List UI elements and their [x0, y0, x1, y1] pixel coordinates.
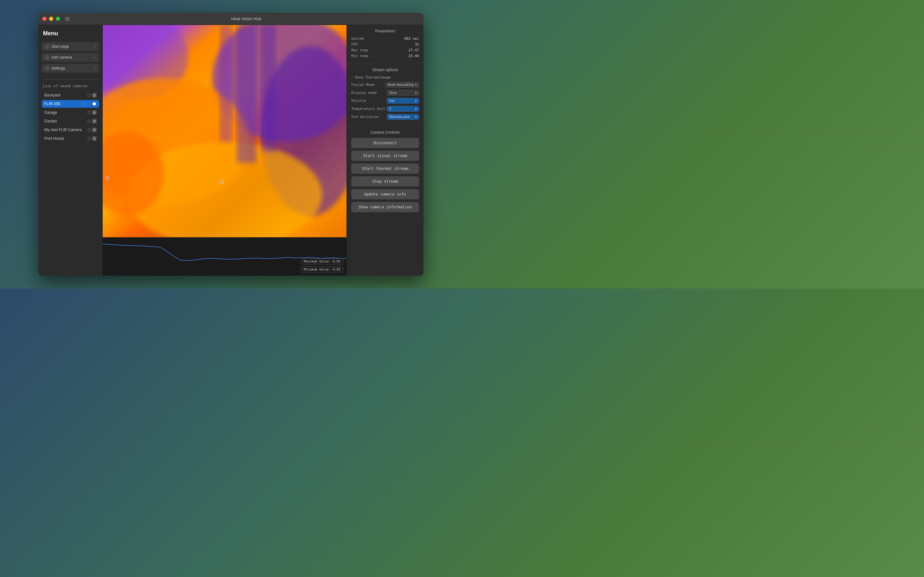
right-panel: Parameters Uptime 402 sec FPS 32 Max tem…: [347, 25, 423, 276]
palette-chevron: ▾: [415, 99, 417, 103]
backyard-label: Backyard: [44, 93, 60, 97]
param-row-min-temp: Min temp 23.44: [351, 54, 419, 58]
min-value-label: Minimum Value: 0,03: [301, 266, 343, 272]
std-dev-select[interactable]: Warmest point ▾: [387, 114, 419, 119]
show-thermal-label: Show ThermalImage: [355, 75, 391, 79]
chart-area: Maximum Value: 0,05 Minimum Value: 0,03: [103, 237, 347, 276]
start-page-icon: ⊕: [45, 44, 49, 49]
temp-unit-select[interactable]: C ▾: [387, 106, 419, 111]
svg-rect-12: [261, 25, 276, 152]
temp-unit-value: C: [389, 107, 391, 111]
min-temp-value: 23.44: [409, 54, 419, 58]
flir-a50-label: FLIR A50: [44, 102, 60, 106]
camera-list-title: List of saved cameras: [42, 84, 99, 88]
sidebar-item-backyard[interactable]: Backyard 🗑: [42, 91, 99, 99]
sidebar-title: Menu: [42, 30, 99, 37]
disconnect-button[interactable]: Disconnect: [351, 138, 419, 148]
my-new-flir-label: My new FLIR Camera: [44, 127, 82, 132]
sidebar-divider: [43, 79, 98, 79]
sidebar-item-garden[interactable]: Garden 🗑: [42, 117, 99, 125]
toggle-flir[interactable]: [87, 102, 97, 106]
fps-label: FPS: [351, 42, 358, 47]
camera-controls-section: Camera Controls Disconnect Start visual …: [347, 126, 423, 219]
temp-unit-row: Temperature Unit C ▾: [351, 106, 419, 111]
sidebar-item-pool-house[interactable]: Pool House 🗑: [42, 135, 99, 142]
camera-feed: [103, 25, 347, 237]
status-dot-garage: [87, 111, 91, 114]
status-dot-backyard: [87, 93, 91, 97]
temp-unit-label: Temperature Unit: [351, 107, 385, 111]
sidebar-item-add-camera[interactable]: ⊕ Add camera ›: [42, 53, 99, 62]
status-dot-flir: [83, 102, 86, 105]
crosshair-2: [220, 180, 224, 184]
garden-label: Garden: [44, 119, 57, 123]
stream-options-section: Stream options ✓ Show ThermalImage Fusio…: [347, 64, 423, 126]
trash-icon-pool-house[interactable]: 🗑: [92, 136, 97, 141]
crosshair-1: [105, 176, 110, 180]
stop-stream-button[interactable]: Stop stream: [351, 176, 419, 187]
fusion-mode-label: Fusion Mode: [351, 83, 375, 87]
param-row-max-temp: Max temp 27.47: [351, 48, 419, 52]
uptime-value: 402 sec: [404, 37, 419, 41]
show-camera-information-button[interactable]: Show camera information: [351, 202, 419, 212]
display-mode-label: Display mode: [351, 91, 376, 95]
trash-icon-garage[interactable]: 🗑: [92, 110, 97, 115]
fps-value: 32: [415, 42, 419, 47]
sidebar-item-settings[interactable]: ⚙ Settings ›: [42, 64, 99, 73]
status-dot-garden: [87, 119, 91, 123]
app-window: Heat Vision Hub Menu ⊕ Start page › ⊕ Ad…: [39, 13, 423, 276]
palette-select[interactable]: Iron ▾: [387, 98, 419, 103]
check-icon: ✓: [351, 75, 354, 79]
display-mode-value: None: [389, 91, 397, 95]
start-page-label: Start page: [51, 44, 69, 49]
show-thermal-row: ✓ Show ThermalImage: [351, 75, 419, 79]
content-area: Maximum Value: 0,05 Minimum Value: 0,03: [103, 25, 347, 276]
trash-icon-backyard[interactable]: 🗑: [92, 93, 97, 97]
chart-labels: Maximum Value: 0,05 Minimum Value: 0,03: [301, 258, 343, 272]
minimize-button[interactable]: [49, 17, 53, 21]
std-dev-value: Warmest point: [389, 115, 410, 119]
std-dev-row: Std deviation Warmest point ▾: [351, 114, 419, 119]
palette-label: Palette: [351, 99, 366, 103]
update-camera-info-button[interactable]: Update camera info: [351, 189, 419, 199]
window-title: Heat Vision Hub: [73, 16, 420, 21]
show-thermal-checkbox[interactable]: ✓ Show ThermalImage: [351, 75, 391, 79]
trash-icon-garden[interactable]: 🗑: [92, 119, 97, 123]
sidebar-item-flir-a50[interactable]: FLIR A50: [42, 100, 99, 108]
display-mode-row: Display mode None ▾: [351, 90, 419, 95]
close-button[interactable]: [42, 17, 47, 21]
max-temp-label: Max temp: [351, 48, 368, 52]
param-row-uptime: Uptime 402 sec: [351, 37, 419, 41]
start-thermal-stream-button[interactable]: Start thermal stream: [351, 163, 419, 174]
max-value-label: Maximum Value: 0,05: [301, 258, 343, 264]
settings-icon: ⚙: [45, 66, 49, 71]
svg-rect-1: [65, 19, 70, 19]
max-temp-value: 27.47: [409, 48, 419, 52]
fusion-mode-row: Fusion Mode Mode thermalOnly ▾: [351, 82, 419, 87]
fusion-mode-select[interactable]: Mode thermalOnly ▾: [385, 82, 419, 87]
sidebar-item-my-new-flir[interactable]: My new FLIR Camera 🗑: [42, 126, 99, 134]
temp-unit-chevron: ▾: [415, 107, 417, 111]
maximize-button[interactable]: [56, 17, 60, 21]
status-dot-pool-house: [87, 137, 91, 140]
settings-label: Settings: [51, 66, 65, 71]
garage-label: Garage: [44, 110, 57, 115]
min-temp-label: Min temp: [351, 54, 368, 58]
chevron-icon-2: ›: [95, 55, 96, 59]
param-row-fps: FPS 32: [351, 42, 419, 47]
add-camera-icon: ⊕: [45, 55, 49, 60]
display-mode-select[interactable]: None ▾: [387, 90, 419, 95]
start-visual-stream-button[interactable]: Start visual stream: [351, 151, 419, 161]
sidebar-item-start-page[interactable]: ⊕ Start page ›: [42, 42, 99, 51]
sidebar-toggle-icon[interactable]: [65, 16, 70, 21]
display-chevron: ▾: [415, 91, 417, 95]
pool-house-label: Pool House: [44, 136, 64, 141]
trash-icon-my-flir[interactable]: 🗑: [92, 127, 97, 132]
stream-options-title: Stream options: [351, 68, 419, 72]
camera-controls-title: Camera Controls: [351, 130, 419, 135]
sidebar-item-garage[interactable]: Garage 🗑: [42, 109, 99, 116]
chevron-icon-3: ›: [95, 66, 96, 70]
title-bar: Heat Vision Hub: [39, 13, 423, 25]
sidebar: Menu ⊕ Start page › ⊕ Add camera › ⚙ Set…: [39, 25, 103, 276]
add-camera-label: Add camera: [51, 55, 72, 60]
